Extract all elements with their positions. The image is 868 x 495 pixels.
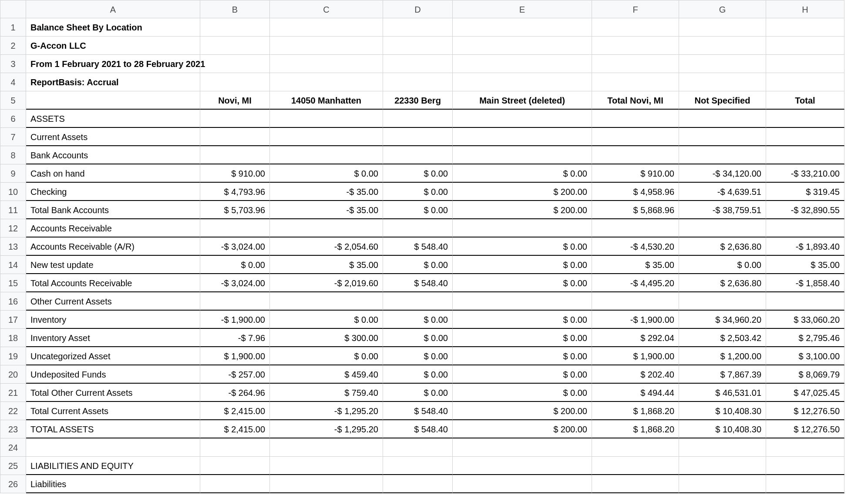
section-label[interactable]: ASSETS — [26, 110, 200, 128]
value-cell[interactable]: $ 292.04 — [592, 329, 679, 347]
value-cell[interactable]: $ 0.00 — [453, 237, 592, 256]
row-header[interactable]: 13 — [0, 237, 26, 256]
value-cell[interactable]: $ 0.00 — [383, 201, 453, 219]
cell-empty[interactable] — [592, 457, 679, 475]
cell-empty[interactable] — [270, 73, 383, 91]
location-header[interactable]: Main Street (deleted) — [453, 91, 592, 110]
value-cell[interactable]: $ 1,900.00 — [200, 347, 270, 365]
cell-empty[interactable] — [270, 146, 383, 164]
value-cell[interactable]: -$ 4,495.20 — [592, 274, 679, 292]
section-label[interactable]: Liabilities — [26, 475, 200, 493]
row-header[interactable]: 17 — [0, 311, 26, 329]
value-cell[interactable]: $ 300.00 — [270, 329, 383, 347]
value-cell[interactable]: $ 200.00 — [453, 201, 592, 219]
value-cell[interactable]: -$ 1,295.20 — [270, 402, 383, 420]
col-header-f[interactable]: F — [592, 0, 679, 18]
value-cell[interactable]: $ 1,900.00 — [592, 347, 679, 365]
value-cell[interactable]: -$ 38,759.51 — [679, 201, 766, 219]
row-header[interactable]: 8 — [0, 146, 26, 164]
value-cell[interactable]: $ 5,703.96 — [200, 201, 270, 219]
cell-empty[interactable] — [766, 128, 844, 146]
section-label[interactable]: Current Assets — [26, 128, 200, 146]
cell-empty[interactable] — [592, 219, 679, 237]
value-cell[interactable]: $ 459.40 — [270, 365, 383, 384]
report-title[interactable]: Balance Sheet By Location — [26, 18, 200, 37]
cell-empty[interactable] — [200, 146, 270, 164]
report-basis[interactable]: ReportBasis: Accrual — [26, 73, 200, 91]
cell-empty[interactable] — [592, 37, 679, 55]
report-company[interactable]: G-Accon LLC — [26, 37, 200, 55]
value-cell[interactable]: $ 2,415.00 — [200, 420, 270, 438]
value-cell[interactable]: $ 0.00 — [383, 164, 453, 183]
value-cell[interactable]: $ 3,100.00 — [766, 347, 844, 365]
value-cell[interactable]: $ 759.40 — [270, 384, 383, 402]
cell-empty[interactable] — [766, 475, 844, 493]
col-header-a[interactable]: A — [26, 0, 200, 18]
value-cell[interactable]: -$ 2,019.60 — [270, 274, 383, 292]
cell-empty[interactable] — [766, 37, 844, 55]
value-cell[interactable]: $ 2,503.42 — [679, 329, 766, 347]
cell-empty[interactable] — [592, 73, 679, 91]
row-header[interactable]: 25 — [0, 457, 26, 475]
value-cell[interactable]: $ 202.40 — [592, 365, 679, 384]
cell-empty[interactable] — [383, 55, 453, 73]
location-header[interactable]: Novi, MI — [200, 91, 270, 110]
value-cell[interactable]: -$ 3,024.00 — [200, 237, 270, 256]
account-label[interactable]: Undeposited Funds — [26, 365, 200, 384]
value-cell[interactable]: $ 8,069.79 — [766, 365, 844, 384]
location-header[interactable]: 22330 Berg — [383, 91, 453, 110]
account-label[interactable]: Uncategorized Asset — [26, 347, 200, 365]
cell-empty[interactable] — [383, 110, 453, 128]
value-cell[interactable]: $ 2,415.00 — [200, 402, 270, 420]
value-cell[interactable]: -$ 1,295.20 — [270, 420, 383, 438]
value-cell[interactable]: $ 35.00 — [766, 256, 844, 274]
row-header[interactable]: 10 — [0, 183, 26, 201]
cell-empty[interactable] — [453, 55, 592, 73]
row-header[interactable]: 4 — [0, 73, 26, 91]
section-label[interactable]: LIABILITIES AND EQUITY — [26, 457, 200, 475]
cell-empty[interactable] — [26, 91, 200, 110]
cell-empty[interactable] — [679, 292, 766, 311]
cell-empty[interactable] — [679, 110, 766, 128]
row-header[interactable]: 9 — [0, 164, 26, 183]
value-cell[interactable]: $ 910.00 — [200, 164, 270, 183]
row-header[interactable]: 2 — [0, 37, 26, 55]
value-cell[interactable]: $ 5,868.96 — [592, 201, 679, 219]
cell-empty[interactable] — [270, 128, 383, 146]
value-cell[interactable]: $ 0.00 — [453, 365, 592, 384]
cell-empty[interactable] — [270, 55, 383, 73]
value-cell[interactable]: $ 10,408.30 — [679, 420, 766, 438]
value-cell[interactable]: $ 548.40 — [383, 274, 453, 292]
spreadsheet-grid[interactable]: ABCDEFGH1Balance Sheet By Location2G-Acc… — [0, 0, 868, 493]
cell-empty[interactable] — [766, 457, 844, 475]
value-cell[interactable]: $ 0.00 — [383, 256, 453, 274]
value-cell[interactable]: $ 548.40 — [383, 237, 453, 256]
cell-empty[interactable] — [679, 219, 766, 237]
value-cell[interactable]: $ 12,276.50 — [766, 402, 844, 420]
value-cell[interactable]: $ 34,960.20 — [679, 311, 766, 329]
value-cell[interactable]: $ 0.00 — [383, 329, 453, 347]
cell-empty[interactable] — [453, 475, 592, 493]
cell-empty[interactable] — [592, 146, 679, 164]
value-cell[interactable]: $ 910.00 — [592, 164, 679, 183]
value-cell[interactable]: $ 0.00 — [453, 384, 592, 402]
cell-empty[interactable] — [270, 457, 383, 475]
value-cell[interactable]: $ 0.00 — [383, 311, 453, 329]
account-label[interactable]: Checking — [26, 183, 200, 201]
cell-empty[interactable] — [679, 73, 766, 91]
account-label[interactable]: Total Current Assets — [26, 402, 200, 420]
cell-empty[interactable] — [766, 55, 844, 73]
col-header-b[interactable]: B — [200, 0, 270, 18]
row-header[interactable]: 3 — [0, 55, 26, 73]
cell-empty[interactable] — [200, 110, 270, 128]
cell-empty[interactable] — [592, 475, 679, 493]
value-cell[interactable]: $ 12,276.50 — [766, 420, 844, 438]
row-header[interactable]: 6 — [0, 110, 26, 128]
value-cell[interactable]: -$ 1,900.00 — [592, 311, 679, 329]
cell-empty[interactable] — [200, 18, 270, 37]
value-cell[interactable]: -$ 1,893.40 — [766, 237, 844, 256]
value-cell[interactable]: $ 35.00 — [592, 256, 679, 274]
location-header[interactable]: 14050 Manhatten — [270, 91, 383, 110]
value-cell[interactable]: $ 0.00 — [453, 256, 592, 274]
value-cell[interactable]: $ 47,025.45 — [766, 384, 844, 402]
